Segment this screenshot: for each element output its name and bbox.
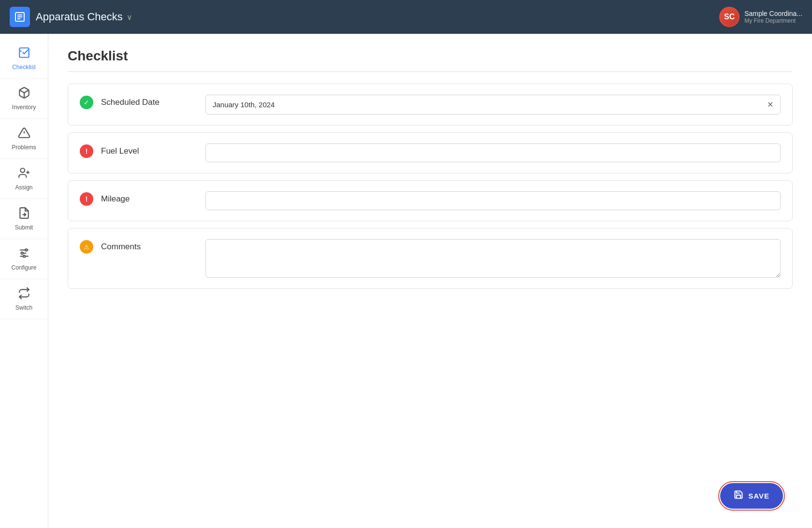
- user-info: Sample Coordina... My Fire Department: [744, 10, 802, 24]
- user-avatar: SC: [719, 7, 740, 27]
- mileage-input[interactable]: [205, 191, 781, 210]
- sidebar-item-inventory[interactable]: Inventory: [0, 79, 48, 119]
- sidebar-label-submit: Submit: [15, 224, 33, 231]
- header-left: Apparatus Checks ∨: [10, 7, 132, 27]
- main-content: Checklist ✓ Scheduled Date January 10th,…: [48, 34, 812, 528]
- app-body: Checklist Inventory Problems: [0, 34, 812, 528]
- submit-icon: [18, 207, 30, 221]
- app-icon: [10, 7, 30, 27]
- comments-status-icon: ⚠: [80, 240, 93, 254]
- sidebar-label-problems: Problems: [12, 144, 36, 151]
- sidebar-item-switch[interactable]: Switch: [0, 279, 48, 319]
- svg-point-16: [25, 249, 27, 251]
- save-icon: [734, 490, 743, 502]
- date-field-wrapper[interactable]: January 10th, 2024 ✕: [205, 95, 781, 114]
- sidebar-label-checklist: Checklist: [12, 64, 36, 71]
- fuel-level-status-icon: !: [80, 144, 93, 158]
- sidebar-item-checklist[interactable]: Checklist: [0, 39, 48, 79]
- scheduled-date-value: January 10th, 2024: [213, 100, 275, 109]
- app-title: Apparatus Checks: [36, 11, 123, 23]
- user-department: My Fire Department: [744, 17, 802, 24]
- date-clear-button[interactable]: ✕: [767, 100, 773, 109]
- fuel-level-input[interactable]: [205, 143, 781, 162]
- app-header: Apparatus Checks ∨ SC Sample Coordina...…: [0, 0, 812, 34]
- sidebar-item-configure[interactable]: Configure: [0, 239, 48, 279]
- save-button[interactable]: SAVE: [720, 483, 783, 509]
- sidebar-item-problems[interactable]: Problems: [0, 119, 48, 159]
- sidebar: Checklist Inventory Problems: [0, 34, 48, 528]
- assign-icon: [18, 167, 30, 181]
- configure-icon: [18, 247, 30, 261]
- scheduled-date-label: Scheduled Date: [101, 95, 198, 107]
- svg-point-9: [20, 168, 25, 172]
- checklist-icon: [18, 46, 30, 61]
- mileage-field: [205, 191, 781, 210]
- user-name: Sample Coordina...: [744, 10, 802, 17]
- scheduled-date-field: January 10th, 2024 ✕: [205, 95, 781, 114]
- save-button-container: SAVE: [701, 473, 802, 518]
- header-title[interactable]: Apparatus Checks ∨: [36, 11, 132, 23]
- comments-label: Comments: [101, 239, 198, 252]
- checklist-item-fuel-level: ! Fuel Level: [68, 132, 793, 173]
- fuel-level-label: Fuel Level: [101, 143, 198, 156]
- mileage-status-icon: !: [80, 192, 93, 206]
- checklist-item-mileage: ! Mileage: [68, 180, 793, 221]
- checklist-item-comments: ⚠ Comments: [68, 228, 793, 289]
- switch-icon: [18, 287, 30, 301]
- sidebar-label-switch: Switch: [15, 304, 32, 311]
- svg-rect-4: [19, 48, 29, 57]
- comments-field: [205, 239, 781, 278]
- title-chevron-icon: ∨: [127, 13, 132, 22]
- checklist-item-scheduled-date: ✓ Scheduled Date January 10th, 2024 ✕: [68, 84, 793, 126]
- sidebar-label-assign: Assign: [15, 184, 32, 191]
- scheduled-date-status-icon: ✓: [80, 96, 93, 109]
- mileage-label: Mileage: [101, 191, 198, 204]
- svg-point-18: [23, 255, 25, 257]
- inventory-icon: [18, 86, 30, 101]
- sidebar-item-submit[interactable]: Submit: [0, 199, 48, 239]
- sidebar-item-assign[interactable]: Assign: [0, 159, 48, 199]
- sidebar-label-configure: Configure: [11, 264, 36, 271]
- svg-point-17: [21, 252, 23, 254]
- sidebar-label-inventory: Inventory: [12, 104, 36, 111]
- title-divider: [68, 71, 793, 72]
- comments-textarea[interactable]: [205, 239, 781, 278]
- problems-icon: [18, 127, 30, 141]
- fuel-level-field: [205, 143, 781, 162]
- save-button-label: SAVE: [748, 492, 769, 500]
- page-title: Checklist: [68, 48, 793, 64]
- user-section[interactable]: SC Sample Coordina... My Fire Department: [719, 7, 802, 27]
